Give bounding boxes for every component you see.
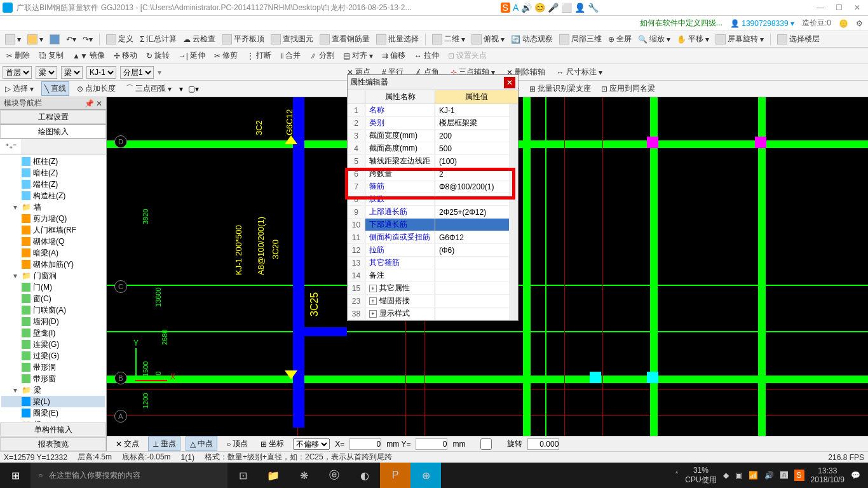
redo-button[interactable]: ↷▾	[80, 34, 95, 45]
move-button[interactable]: ✢ 移动	[110, 49, 141, 62]
rotate-button[interactable]: ↻ 旋转	[142, 49, 173, 62]
copy-button[interactable]: ⿻ 复制	[35, 49, 67, 62]
tray-icon2[interactable]: ▣	[735, 471, 742, 480]
ime-toolbar[interactable]: S A🔊😊🎤⬜👤🔧	[501, 3, 599, 13]
snap-intersect[interactable]: ✕ 交点	[112, 437, 143, 451]
span-select[interactable]: 分层1	[120, 66, 154, 79]
task-folder-icon[interactable]: 📁	[258, 463, 288, 488]
open-button[interactable]: ▾	[25, 33, 46, 46]
prop-row[interactable]: 2类别楼层框架梁	[348, 117, 518, 130]
local-3d-button[interactable]: 局部三维	[557, 32, 604, 46]
rotate-checkbox[interactable]	[470, 438, 502, 450]
trim-button[interactable]: ✂ 修剪	[210, 49, 241, 62]
task-edge-icon[interactable]: ⓔ	[319, 463, 349, 488]
setgrip-button[interactable]: ⊡ 设置夹点	[444, 49, 491, 62]
split-button[interactable]: ⫽ 分割	[306, 49, 338, 62]
prop-row[interactable]: 11侧面构造或受扭筋G6Φ12	[348, 231, 518, 244]
select-tool[interactable]: ▷ 选择▾	[3, 82, 36, 95]
select-floor-button[interactable]: 选择楼层	[775, 32, 822, 46]
rotate-input[interactable]	[527, 438, 559, 450]
undo-button[interactable]: ↶▾	[64, 34, 79, 45]
extend-button[interactable]: →| 延伸	[175, 49, 209, 62]
prop-row[interactable]: 4截面高度(mm)500	[348, 142, 518, 155]
dim-button[interactable]: ↔ 尺寸标注▾	[553, 65, 606, 79]
sum-button[interactable]: Σ汇总计算	[137, 32, 179, 46]
define-button[interactable]: 定义	[104, 32, 136, 46]
tray-icon1[interactable]: ◆	[723, 471, 729, 480]
start-button[interactable]: ⊞	[0, 463, 31, 488]
draw-input-button[interactable]: 绘图输入	[0, 125, 106, 139]
snap-mid[interactable]: △ 中点	[186, 437, 217, 451]
task-ggj-icon[interactable]: ⊕	[410, 463, 441, 488]
report-preview-button[interactable]: 报表预览	[0, 437, 106, 451]
proj-settings-button[interactable]: 工程设置	[0, 110, 106, 124]
cloud-check-button[interactable]: ☁云检查	[180, 32, 218, 46]
tray-net-icon[interactable]: 📶	[749, 471, 758, 480]
search-box[interactable]: ○ 在这里输入你要搜索的内容	[31, 463, 227, 488]
align-button[interactable]: ▤ 对齐▾	[339, 49, 377, 62]
delete-button[interactable]: ✂ 删除	[3, 49, 34, 62]
element-select[interactable]: KJ-1	[86, 66, 116, 79]
subcat-select[interactable]: 梁	[61, 66, 83, 79]
user-id[interactable]: 👤 13907298339 ▾	[730, 19, 794, 28]
promo-link[interactable]: 如何在软件中定义四级...	[640, 18, 722, 29]
dynamic-view-button[interactable]: 🔄动态观察	[508, 32, 555, 46]
task-view-icon[interactable]: ⊡	[227, 463, 258, 488]
flat-top-button[interactable]: 平齐板顶	[219, 32, 267, 46]
snap-coord[interactable]: ⊞ 坐标	[257, 437, 288, 451]
maximize-button[interactable]: ☐	[836, 3, 843, 12]
tray-ime-icon[interactable]: 🅰	[780, 471, 788, 480]
task-app1-icon[interactable]: ❋	[288, 463, 319, 488]
dialog-close-button[interactable]: ✕	[504, 77, 515, 88]
tray-up-icon[interactable]: ˄	[675, 471, 679, 480]
pin-icon[interactable]: 📌 ✕	[85, 99, 102, 108]
new-button[interactable]: ▾	[3, 33, 24, 46]
batch-select-button[interactable]: 批量选择	[374, 32, 421, 46]
prop-row[interactable]: 1名称KJ-1	[348, 104, 518, 117]
minimize-button[interactable]: —	[817, 3, 824, 12]
cpu-meter[interactable]: 31%CPU使用	[685, 466, 716, 485]
line-tool[interactable]: ╲ 直线	[41, 81, 69, 96]
prop-row[interactable]: 38+显示样式	[348, 308, 518, 320]
save-button[interactable]	[47, 33, 62, 46]
prop-row[interactable]: 5轴线距梁左边线距(100)	[348, 155, 518, 168]
element-tree[interactable]: 框柱(Z) 暗柱(Z) 端柱(Z) 构造柱(Z) ▾📁墙 剪力墙(Q) 人门框墙…	[0, 154, 106, 422]
x-input[interactable]	[349, 438, 381, 450]
arc3-tool[interactable]: ⌒ 三点画弧▾	[123, 82, 174, 95]
prop-row[interactable]: 3截面宽度(mm)200	[348, 130, 518, 142]
y-input[interactable]	[416, 438, 447, 450]
snap-vertex[interactable]: ○ 顶点	[222, 437, 252, 451]
close-button[interactable]: ✕	[854, 3, 860, 12]
prop-row[interactable]: 12拉筋(Φ6)	[348, 244, 518, 257]
prop-row[interactable]: 10下部通长筋	[348, 219, 518, 231]
floor-select[interactable]: 首层	[3, 66, 32, 79]
single-input-button[interactable]: 单构件输入	[0, 423, 106, 437]
prop-row[interactable]: 13其它箍筋	[348, 257, 518, 269]
2d-button[interactable]: 二维▾	[430, 32, 468, 46]
applyall-button[interactable]: ⊡ 应用到同名梁	[599, 82, 658, 95]
scrollbar[interactable]	[509, 104, 518, 320]
find-elem-button[interactable]: 查找图元	[268, 32, 316, 46]
task-pdf-icon[interactable]: P	[380, 463, 410, 488]
prop-row[interactable]: 15+其它属性	[348, 282, 518, 295]
pan-button[interactable]: ✋平移▾	[674, 32, 712, 46]
prop-row[interactable]: 23+锚固搭接	[348, 295, 518, 308]
task-app2-icon[interactable]: ◐	[349, 463, 380, 488]
screen-rotate-button[interactable]: 屏幕旋转▾	[713, 32, 766, 46]
clock[interactable]: 13:332018/10/9	[811, 466, 844, 484]
ptlen-tool[interactable]: ⊙ 点加长度	[74, 82, 118, 95]
prop-row[interactable]: 8肢数	[348, 193, 518, 206]
fullscreen-button[interactable]: ⊕全屏	[606, 32, 634, 46]
top-view-button[interactable]: 俯视▾	[469, 32, 507, 46]
prop-row[interactable]: 6跨数量2	[348, 168, 518, 180]
mirror-button[interactable]: ▲▼ 镜像	[69, 49, 109, 62]
zoom-button[interactable]: 🔍缩放▾	[635, 32, 673, 46]
prop-row[interactable]: 7箍筋Φ8@100/200(1)	[348, 180, 518, 193]
tree-tab[interactable]: ⁺₊⁻	[0, 139, 22, 154]
tray-vol-icon[interactable]: 🔊	[764, 471, 774, 480]
snap-perp[interactable]: ⊥ 垂点	[148, 437, 180, 451]
stretch-button[interactable]: ↔ 拉伸	[410, 49, 443, 62]
prop-row[interactable]: 9上部通长筋2Φ25+(2Φ12)	[348, 206, 518, 219]
category-select[interactable]: 梁	[36, 66, 57, 79]
merge-button[interactable]: ⫴ 合并	[276, 49, 304, 62]
